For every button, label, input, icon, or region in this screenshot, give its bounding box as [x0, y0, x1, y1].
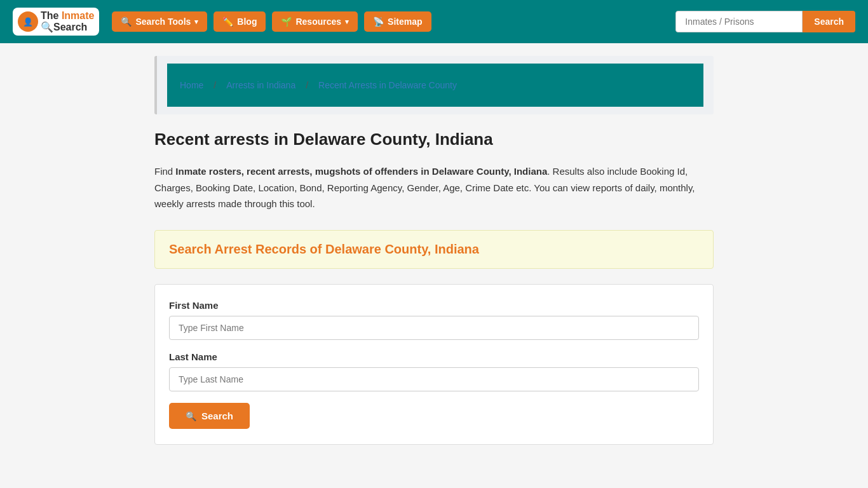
- chevron-down-icon: ▾: [194, 18, 198, 26]
- breadcrumb-wrap: Home / Arrests in Indiana / Recent Arres…: [154, 56, 714, 114]
- nav-search-input[interactable]: [675, 11, 803, 32]
- search-section-title: Search Arrest Records of Delaware County…: [169, 242, 699, 257]
- sitemap-icon: [373, 17, 384, 27]
- description-text: Find Inmate rosters, recent arrests, mug…: [154, 163, 714, 212]
- main-nav: 👤 The Inmate🔍Search Search Tools ▾ Blog …: [0, 0, 868, 43]
- sitemap-button[interactable]: Sitemap: [364, 11, 431, 32]
- first-name-group: First Name: [169, 300, 699, 340]
- blog-label: Blog: [237, 17, 257, 27]
- breadcrumb-delaware[interactable]: Recent Arrests in Delaware County: [318, 80, 457, 90]
- breadcrumb-home[interactable]: Home: [180, 80, 203, 90]
- logo-icon: 👤: [18, 11, 38, 32]
- breadcrumb-separator-2: /: [306, 80, 308, 90]
- search-tools-icon: [121, 17, 132, 27]
- sitemap-label: Sitemap: [388, 17, 422, 27]
- resources-label: Resources: [295, 17, 341, 27]
- search-tools-button[interactable]: Search Tools ▾: [112, 11, 207, 32]
- nav-search-bar: Search: [675, 11, 855, 32]
- logo-box: 👤 The Inmate🔍Search: [13, 8, 99, 35]
- breadcrumb: Home / Arrests in Indiana / Recent Arres…: [167, 64, 703, 107]
- first-name-input[interactable]: [169, 316, 699, 340]
- blog-icon: [222, 17, 233, 27]
- chevron-down-icon-2: ▾: [345, 18, 349, 26]
- resources-button[interactable]: Resources ▾: [272, 11, 358, 32]
- last-name-group: Last Name: [169, 351, 699, 391]
- logo-text: The Inmate🔍Search: [41, 10, 94, 32]
- breadcrumb-indiana[interactable]: Arrests in Indiana: [226, 80, 295, 90]
- last-name-input[interactable]: [169, 367, 699, 391]
- nav-search-label: Search: [814, 17, 844, 27]
- blog-button[interactable]: Blog: [214, 11, 266, 32]
- search-submit-label: Search: [201, 410, 233, 421]
- description-bold: Inmate rosters, recent arrests, mugshots…: [175, 166, 547, 177]
- last-name-label: Last Name: [169, 351, 699, 362]
- search-submit-icon: [186, 410, 196, 421]
- search-form-wrap: First Name Last Name Search: [154, 284, 714, 445]
- search-submit-button[interactable]: Search: [169, 403, 250, 429]
- search-section-header: Search Arrest Records of Delaware County…: [154, 230, 714, 269]
- breadcrumb-separator-1: /: [214, 80, 216, 90]
- resources-icon: [281, 17, 292, 27]
- search-tools-label: Search Tools: [135, 17, 191, 27]
- first-name-label: First Name: [169, 300, 699, 311]
- logo-link[interactable]: 👤 The Inmate🔍Search: [13, 8, 99, 35]
- main-content: Home / Arrests in Indiana / Recent Arres…: [142, 43, 726, 458]
- page-title: Recent arrests in Delaware County, India…: [154, 130, 714, 149]
- nav-search-button[interactable]: Search: [803, 11, 855, 32]
